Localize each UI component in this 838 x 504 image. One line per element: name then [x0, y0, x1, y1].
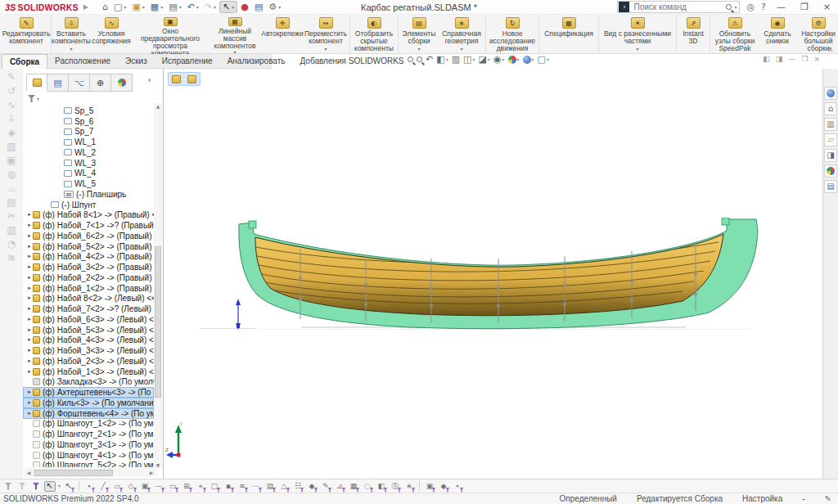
filter-funnel-icon[interactable]: [28, 95, 35, 102]
assembly-icon[interactable]: [172, 75, 181, 83]
filter-midpoints-button[interactable]: ⋯: [250, 481, 262, 492]
search-icon[interactable]: [726, 4, 732, 10]
home-button[interactable]: ⌂: [824, 102, 837, 115]
filter-sketches-button[interactable]: □: [209, 481, 220, 492]
flyout-tool-5-icon[interactable]: ◈: [7, 128, 15, 137]
tree-item[interactable]: ▸(ф) Набой_6<2> -> (Правый) <<По умо: [23, 231, 154, 241]
tree-item[interactable]: ▸(ф) Набой_1<3> -> (Левый) <<По умол: [23, 367, 154, 377]
collapse-ribbon-button[interactable]: ∧: [827, 46, 833, 53]
minimize-document-button[interactable]: —: [788, 56, 795, 63]
expand-icon[interactable]: ▸: [26, 317, 33, 322]
tree-item[interactable]: WL_5: [23, 178, 154, 189]
panel-tab-configurationmanager[interactable]: ⌥: [69, 74, 90, 92]
expand-icon[interactable]: ▸: [26, 411, 33, 416]
filter-notes-button[interactable]: ☷: [292, 481, 304, 492]
assembly-features-button[interactable]: ▤Элементы сборки▾: [399, 16, 439, 52]
filter-origins-button[interactable]: ⊞: [181, 481, 192, 492]
display-style-button[interactable]: ◪▾: [478, 55, 489, 64]
select-button[interactable]: ↖▾: [219, 1, 237, 13]
graphics-area[interactable]: ›: [164, 69, 822, 479]
filter-blocks-button[interactable]: ∗: [403, 481, 415, 492]
lasso-select-button[interactable]: ↖: [63, 481, 74, 492]
close-document-button[interactable]: ×: [813, 56, 820, 63]
boat-model[interactable]: [228, 218, 768, 332]
filter-sketch-segments-button[interactable]: ≡: [237, 481, 248, 492]
appearances-scenes-button[interactable]: [824, 164, 837, 178]
task-list-button[interactable]: ▤: [252, 2, 265, 12]
options-button[interactable]: ⚙▾: [266, 2, 283, 12]
home-button[interactable]: ⌂: [100, 2, 110, 12]
expand-icon[interactable]: ▸: [26, 254, 33, 259]
tree-item[interactable]: (ф) Шпангоут_1<2> -> (По умолчанию): [23, 419, 154, 430]
tree-item[interactable]: WL_3: [23, 158, 154, 169]
search-dropdown-icon[interactable]: ▾: [734, 5, 737, 10]
move-component-button[interactable]: ↔Переместить компонент▾: [303, 16, 349, 52]
mates-button[interactable]: ∿Условия сопряжения: [90, 16, 133, 52]
expand-icon[interactable]: ▸: [26, 223, 33, 228]
close-button[interactable]: ×: [819, 2, 835, 11]
tab-исправление[interactable]: Исправление: [155, 54, 220, 69]
toggle-selection-filters-button[interactable]: [2, 481, 14, 492]
filter-routing-points-button[interactable]: ◌: [362, 481, 373, 492]
instant-3d-button[interactable]: ⇗Instant 3D: [678, 16, 709, 52]
tree-item[interactable]: ▸(ф) Набой_5<3> -> (Левый) <<По умол: [23, 325, 154, 335]
solidworks-resources-button[interactable]: [824, 87, 837, 100]
tree-item[interactable]: ▸(ф) Набой 8<1> -> (Правый) <<По умо: [23, 210, 154, 221]
exploded-view-button[interactable]: ✶Вид с разнесенными частями▾: [600, 16, 675, 52]
tree-item[interactable]: ▸(ф) Набой_7<1> ->? (Правый) <<По ум: [23, 220, 154, 231]
help-icon[interactable]: ?: [761, 2, 766, 11]
flyout-tool-9-icon[interactable]: ⌓: [7, 183, 16, 193]
select-tool-button[interactable]: ↖: [44, 481, 56, 492]
view-orientation-button[interactable]: ◫▾: [463, 55, 475, 64]
tree-item[interactable]: WL_2: [23, 147, 154, 158]
flyout-tool-14-icon[interactable]: ≋: [7, 253, 16, 263]
zoom-to-area-button[interactable]: [417, 56, 422, 62]
scroll-right-icon[interactable]: ▶: [147, 470, 155, 475]
tree-item[interactable]: (ф) Шпангоут_5<2> -> (По умолчанию): [23, 461, 154, 468]
filter-faces-button[interactable]: ▱: [111, 481, 123, 492]
filter-geometric-tolerances-button[interactable]: ⊿: [334, 481, 345, 492]
flyout-tool-1-icon[interactable]: ✎: [7, 72, 16, 82]
filter-weld-symbols-button[interactable]: ▦: [348, 481, 359, 492]
clear-all-filters-button[interactable]: [16, 481, 28, 492]
filter-dropdown-icon[interactable]: ▾: [37, 97, 39, 101]
custom-properties-button[interactable]: ▤: [824, 180, 837, 193]
tree-item[interactable]: Sp_5: [23, 106, 154, 116]
filter-solid-bodies-button[interactable]: ▣: [139, 481, 151, 492]
filter-cosmetic-threads-button[interactable]: Ⓐ: [390, 481, 401, 492]
flyout-tool-8-icon[interactable]: ◍: [7, 169, 16, 179]
tree-item[interactable]: ▸(ф) Набой_2<3> -> (Левый) <<По умол: [23, 356, 154, 367]
flyout-tool-6-icon[interactable]: ▨: [7, 142, 16, 151]
filter-vertices-button[interactable]: ∙: [83, 481, 95, 492]
tree-item[interactable]: Sp_6: [23, 116, 154, 127]
section-view-button[interactable]: ◧▾: [436, 55, 448, 64]
reference-geometry-button[interactable]: ∗Справочная геометрия▾: [439, 16, 484, 52]
tree-item[interactable]: ▸(ф) Набой_5<2> -> (Правый) <<По умо: [23, 241, 154, 252]
tab-анализировать[interactable]: Анализировать: [220, 54, 293, 69]
expand-icon[interactable]: ▸: [26, 348, 33, 353]
expand-icon[interactable]: ▸: [26, 244, 33, 250]
tree-item[interactable]: ▸(ф) Ахтерштевень<3> -> (По умолчани: [23, 387, 154, 398]
expand-icon[interactable]: ▸: [26, 358, 33, 364]
tab-эскиз[interactable]: Эскиз: [118, 54, 155, 69]
expand-icon[interactable]: ▸: [26, 389, 33, 395]
tree-item[interactable]: (-) Шпунт: [23, 200, 154, 210]
dropdown-icon[interactable]: ▾: [417, 47, 420, 52]
expand-icon[interactable]: ▸: [26, 212, 33, 218]
expand-icon[interactable]: ▸: [26, 233, 33, 239]
panel-tab-displaymanager[interactable]: [111, 74, 133, 92]
tree-item[interactable]: ▸(ф) Набой_4<2> -> (Правый) <<По умо: [23, 252, 154, 263]
restore-document-button[interactable]: ❐: [801, 56, 808, 63]
tree-item[interactable]: WL_1: [23, 137, 154, 147]
tab-расположение[interactable]: Расположение: [47, 54, 118, 69]
insert-components-button[interactable]: ⇩Вставить компоненты▾: [52, 16, 90, 52]
tree-item[interactable]: ▸(ф) Киль<3> -> (По умолчанию) <<По: [23, 398, 154, 408]
tree-item[interactable]: (ф) Шпангоут_2<1> -> (По умолчанию): [23, 429, 154, 439]
view-palette-button[interactable]: ◨: [824, 149, 837, 162]
tree-item[interactable]: ▸(ф) Набой_3<3> -> (Левый) <<По умол: [23, 345, 154, 356]
expand-icon[interactable]: ▸: [26, 400, 33, 406]
scroll-up-icon[interactable]: ▲: [154, 104, 162, 109]
flyout-tool-12-icon[interactable]: ▥: [7, 225, 16, 235]
scroll-left-icon[interactable]: ◀: [25, 470, 33, 475]
tree-item[interactable]: ▸(ф) Набой_1<2> -> (Правый) <<По умо: [23, 283, 154, 294]
